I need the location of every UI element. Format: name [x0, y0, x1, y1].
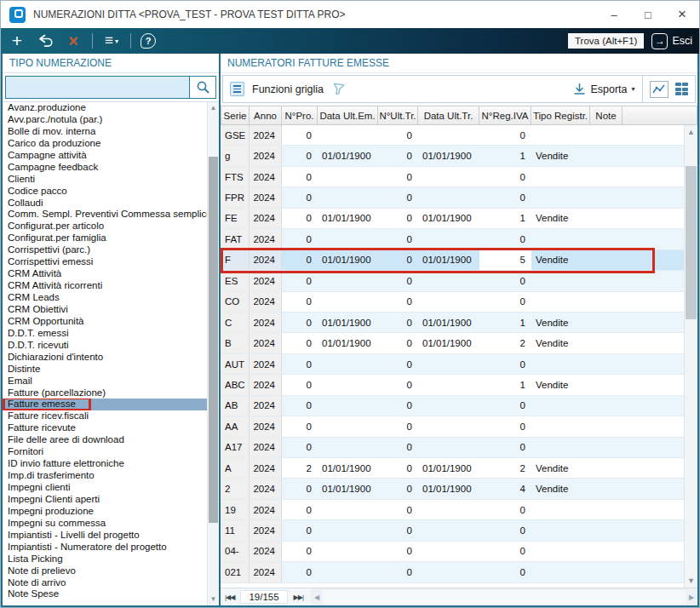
column-header[interactable]: N°Ult.Tr. [378, 106, 418, 125]
sidebar-item[interactable]: File delle aree di download [3, 434, 207, 446]
esporta-button[interactable]: Esporta ▾ [573, 83, 634, 95]
scrollbar-thumb[interactable] [323, 590, 686, 604]
sidebar-item[interactable]: Avv.parc./notula (par.) [3, 114, 207, 126]
table-row[interactable]: 192024000 [221, 500, 684, 520]
table-row[interactable]: GSE2024000 [221, 125, 684, 146]
sidebar-item[interactable]: Impegni clienti [3, 482, 207, 494]
table-row[interactable]: A172024000 [221, 438, 684, 458]
table-row[interactable]: FPR2024000 [221, 187, 684, 208]
sidebar-item[interactable]: Comm. Sempl. Preventivi Commessa semplic… [3, 209, 207, 221]
sidebar-item[interactable]: Note di arrivo [3, 577, 207, 589]
sidebar-item[interactable]: CRM Attività ricorrenti [3, 280, 207, 292]
scroll-down-icon[interactable]: ▼ [208, 594, 219, 605]
sidebar-item[interactable]: Note di prelievo [3, 565, 207, 577]
sidebar-item[interactable]: Configurat.per articolo [3, 221, 207, 232]
sidebar-item[interactable]: Carico da produzione [3, 138, 207, 150]
sidebar-item[interactable]: Note Spese [3, 588, 207, 600]
sidebar-scrollbar[interactable]: ▲▼ [207, 102, 219, 605]
table-row[interactable]: FTS2024000 [221, 167, 684, 187]
help-icon[interactable]: ? [141, 33, 156, 49]
scroll-left-icon[interactable]: ◀ [311, 588, 323, 605]
table-row[interactable]: C2024001/01/1900001/01/19001Vendite [221, 313, 684, 333]
table-row[interactable]: F2024001/01/1900001/01/19005Vendite [221, 250, 684, 271]
cell-nreg_iva[interactable]: 5 [479, 250, 531, 270]
column-header[interactable]: N°Pro. [282, 106, 318, 125]
sidebar-item[interactable]: Distinte [3, 364, 207, 376]
table-row[interactable]: 0212024000 [221, 562, 684, 582]
maximize-button[interactable]: □ [631, 1, 665, 28]
sidebar-item[interactable]: Campagne attività [3, 150, 207, 162]
column-header[interactable]: Anno [250, 106, 282, 125]
first-record-button[interactable]: |◀◀ [221, 594, 238, 601]
sidebar-item[interactable]: CRM Leads [3, 292, 207, 304]
sidebar-item[interactable]: Imp.di trasferimento [3, 470, 207, 482]
scroll-up-icon[interactable]: ▲ [208, 102, 219, 114]
filter-funnel-icon[interactable] [331, 83, 346, 96]
column-header[interactable]: Tipo Registr. [531, 106, 590, 125]
column-header[interactable]: N°Reg.IVA [479, 106, 531, 125]
sidebar-item[interactable]: ID invio fatture elettroniche [3, 458, 207, 470]
chart-view-icon[interactable] [650, 81, 668, 98]
sidebar-item[interactable]: Configurat.per famiglia [3, 232, 207, 244]
table-row[interactable]: ES2024000 [221, 271, 684, 291]
sidebar-item[interactable]: Bolle di mov. interna [3, 126, 207, 138]
sidebar-item[interactable]: Impiantisti - Livelli del progetto [3, 530, 207, 542]
table-row[interactable]: 22024001/01/1900001/01/19004Vendite [221, 479, 684, 499]
sidebar-item[interactable]: Collaudi [3, 198, 207, 209]
sidebar-item[interactable]: Impegni su commessa [3, 518, 207, 530]
table-row[interactable]: ABC2024001Vendite [221, 375, 684, 395]
table-row[interactable]: AA2024000 [221, 416, 684, 437]
table-row[interactable]: 04-2024000 [221, 542, 684, 562]
sidebar-item[interactable]: D.D.T. ricevuti [3, 340, 207, 352]
column-header[interactable]: Data Ult.Tr. [418, 106, 479, 125]
sidebar-item[interactable]: Dichiarazioni d'intento [3, 352, 207, 364]
column-header[interactable]: Data Ult.Em. [318, 106, 378, 125]
sidebar-item[interactable]: Fatture emesse [3, 399, 207, 410]
sidebar-item[interactable]: CRM Attività [3, 268, 207, 280]
funzioni-griglia-button[interactable]: Funzioni griglia [252, 83, 324, 95]
search-button[interactable] [189, 77, 215, 98]
table-row[interactable]: AUT2024000 [221, 354, 684, 375]
search-input[interactable] [6, 77, 189, 98]
scroll-up-icon[interactable]: ▲ [685, 125, 697, 139]
scrollbar-thumb[interactable] [209, 157, 218, 523]
undo-icon[interactable] [36, 32, 55, 50]
sidebar-item[interactable]: CRM Opportunità [3, 316, 207, 328]
minimize-button[interactable]: – [597, 1, 631, 28]
sidebar-item[interactable]: Impegni produzione [3, 506, 207, 518]
sidebar-item[interactable]: Impiantisti - Numeratore del progetto [3, 542, 207, 554]
table-row[interactable]: AB2024000 [221, 396, 684, 416]
vertical-scrollbar[interactable]: ▲ ▼ [684, 125, 697, 588]
last-record-button[interactable]: ▶▶| [290, 594, 307, 601]
sidebar-item[interactable]: Impegni Clienti aperti [3, 494, 207, 506]
column-header[interactable]: Serie [221, 106, 250, 125]
sidebar-item[interactable]: D.D.T. emessi [3, 328, 207, 340]
table-row[interactable]: g2024001/01/1900001/01/19001Vendite [221, 146, 684, 166]
sidebar-item[interactable]: Fornitori [3, 446, 207, 458]
scrollbar-thumb[interactable] [686, 166, 697, 319]
table-row[interactable]: 112024000 [221, 520, 684, 541]
scroll-right-icon[interactable]: ▶ [686, 588, 697, 605]
delete-icon[interactable]: × [64, 32, 83, 50]
grid-view-icon[interactable] [675, 83, 689, 95]
sidebar-item[interactable]: Lista Picking [3, 554, 207, 565]
add-icon[interactable]: + [8, 32, 26, 50]
esci-button[interactable]: → Esci [651, 33, 692, 49]
sidebar-item[interactable]: Fatture ricev.fiscali [3, 410, 207, 422]
sidebar-item[interactable]: Corrispettivi (parc.) [3, 244, 207, 256]
close-button[interactable]: × [665, 1, 699, 28]
table-row[interactable]: B2024001/01/1900001/01/19002Vendite [221, 333, 684, 353]
sidebar-item[interactable]: Fatture (parcellazione) [3, 387, 207, 399]
table-row[interactable]: FAT2024000 [221, 229, 684, 250]
table-row[interactable]: A2024201/01/1900001/01/19002Vendite [221, 458, 684, 479]
sidebar-item[interactable]: CRM Obiettivi [3, 304, 207, 316]
table-row[interactable]: CO2024000 [221, 292, 684, 313]
sidebar-item[interactable]: Campagne feedback [3, 162, 207, 174]
sidebar-item[interactable]: Fatture ricevute [3, 422, 207, 434]
sidebar-item[interactable]: Corrispettivi emessi [3, 256, 207, 268]
scroll-down-icon[interactable]: ▼ [685, 574, 697, 588]
menu-icon[interactable]: ≡▾ [102, 32, 121, 50]
column-header[interactable]: Note [590, 106, 623, 125]
sidebar-item[interactable]: Avanz.produzione [3, 102, 207, 114]
trova-shortcut-badge[interactable]: Trova (Alt+F1) [568, 33, 644, 49]
